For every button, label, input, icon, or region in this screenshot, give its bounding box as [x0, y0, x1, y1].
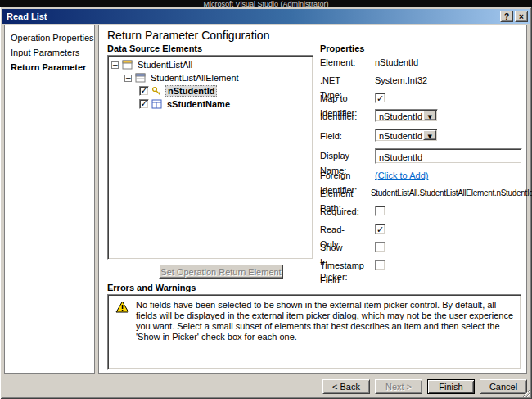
page-title: Return Parameter Configuration	[107, 29, 269, 42]
field-combobox[interactable]: nStudentId ▼	[375, 129, 438, 142]
footer-buttons: < Back Next > Finish Cancel	[322, 379, 527, 394]
collapse-icon[interactable]: −	[111, 61, 119, 69]
main-panel: Return Parameter Configuration Data Sour…	[98, 25, 527, 374]
warnings-panel: No fields have been selected to be shown…	[107, 294, 521, 370]
entity-icon	[122, 60, 133, 70]
element-icon	[135, 73, 147, 83]
timestamp-field-checkbox[interactable]	[375, 260, 385, 270]
tree-node-label[interactable]: sStudentName	[165, 99, 232, 109]
identifier-label: Identifier:	[320, 109, 357, 124]
dropdown-arrow-icon[interactable]: ▼	[423, 111, 436, 120]
timestamp-field-label: Timestamp Field:	[320, 258, 364, 288]
set-operation-return-element-button[interactable]: Set Operation Return Element	[159, 265, 283, 279]
foreign-identifier-add-link[interactable]: (Click to Add)	[375, 170, 428, 180]
data-source-elements-label: Data Source Elements	[107, 43, 202, 53]
element-value: nStudentId	[375, 55, 522, 70]
tree-node-studentlistallelement[interactable]: − StudentListAllElement	[108, 71, 313, 84]
field-checkbox[interactable]: ✓	[139, 86, 149, 96]
required-checkbox[interactable]	[375, 206, 385, 216]
map-to-identifier-checkbox[interactable]: ✓	[375, 93, 385, 103]
field-checkbox[interactable]: ✓	[139, 99, 149, 109]
next-button[interactable]: Next >	[375, 379, 422, 394]
read-only-checkbox[interactable]: ✓	[375, 224, 385, 234]
tree-node-studentlistall[interactable]: − StudentListAll	[108, 58, 313, 71]
dialog-title: Read List	[7, 11, 47, 21]
read-list-dialog: Read List ? × Operation Properties Input…	[0, 7, 532, 399]
key-icon	[151, 86, 163, 96]
field-icon	[151, 99, 163, 109]
resize-grip[interactable]	[520, 387, 530, 397]
warning-icon	[115, 301, 129, 315]
close-icon[interactable]: ×	[515, 11, 528, 22]
sidebar-item-operation-properties[interactable]: Operation Properties	[5, 30, 94, 45]
dialog-titlebar[interactable]: Read List ? ×	[2, 9, 530, 24]
back-button[interactable]: < Back	[322, 379, 370, 394]
element-path-value: StudentListAll.StudentListAllElement.nSt…	[371, 186, 526, 201]
warning-message: No fields have been selected to be shown…	[136, 300, 514, 342]
display-name-input[interactable]	[375, 148, 522, 164]
tree-node-label[interactable]: nStudentId	[165, 85, 217, 97]
tree-node-label[interactable]: StudentListAllElement	[149, 73, 241, 83]
sidebar-item-return-parameter[interactable]: Return Parameter	[5, 60, 94, 75]
identifier-combobox[interactable]: nStudentId ▼	[375, 109, 438, 122]
collapse-icon[interactable]: −	[124, 75, 132, 82]
wizard-step-sidebar: Operation Properties Input Parameters Re…	[4, 25, 95, 374]
dropdown-arrow-icon[interactable]: ▼	[423, 130, 436, 140]
element-label: Element:	[320, 55, 355, 70]
field-label: Field:	[320, 129, 342, 143]
show-in-picker-checkbox[interactable]	[375, 242, 385, 252]
properties-label: Properties	[320, 43, 364, 53]
tree-node-label[interactable]: StudentListAll	[136, 60, 194, 70]
finish-button[interactable]: Finish	[427, 379, 475, 394]
data-source-tree[interactable]: − StudentListAll − StudentListAllElement…	[107, 55, 313, 260]
background-window-title: Microsoft Visual Studio (Administrator)	[0, 0, 532, 7]
sidebar-item-input-parameters[interactable]: Input Parameters	[5, 45, 94, 60]
required-label: Required:	[320, 204, 359, 219]
tree-node-nstudentid[interactable]: ✓ nStudentId	[108, 84, 313, 97]
net-type-value: System.Int32	[375, 73, 522, 88]
errors-and-warnings-label: Errors and Warnings	[107, 283, 196, 292]
help-icon[interactable]: ?	[500, 11, 513, 22]
